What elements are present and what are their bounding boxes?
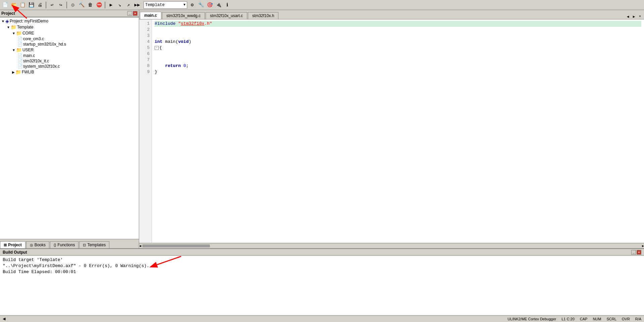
build-close-btn[interactable]: × (637, 250, 641, 255)
tree-item-fwlib[interactable]: ▶ 📁 FWLIB (0, 69, 139, 75)
tree-item-main-c[interactable]: 📄 main.c (0, 53, 139, 58)
code-line-9: } (155, 69, 641, 75)
code-editor[interactable]: 1 2 3 4 5 6 7 8 9 #include "stm32f10x.h" (139, 19, 644, 243)
build-minimize-btn[interactable]: _ (631, 250, 636, 255)
tree-item-user[interactable]: ▼ 📁 USER (0, 47, 139, 53)
target-dropdown[interactable]: Template ▼ (144, 1, 187, 9)
line-num-4: 4 (139, 39, 152, 45)
toolbar-build-btn[interactable]: ⚙ (69, 1, 76, 9)
tree-item-system-stm32[interactable]: 📄 system_stm32f10x.c (0, 64, 139, 69)
toolbar-step-btn[interactable]: ↘ (116, 1, 123, 9)
build-line-1: Build target 'Template' (3, 257, 641, 263)
editor-tab-usart[interactable]: stm32f10x_usart.c (206, 12, 247, 19)
tab-project[interactable]: ⊞ Project (0, 241, 25, 248)
tree-item-stm32-it[interactable]: 📄 stm32f10x_it.c (0, 58, 139, 64)
build-line-3: Build Time Elapsed: 00:00:01 (3, 269, 641, 275)
file-icon: 📄 (17, 59, 22, 63)
editor-tab-main-c[interactable]: main.c (140, 12, 161, 19)
toolbar-rebuild-btn[interactable]: 🔨 (78, 1, 85, 9)
toolbar-stop-btn[interactable]: ⛔ (95, 1, 103, 9)
status-num: NUM (593, 317, 601, 321)
tree-item-template[interactable]: ▼ 📁 Template (0, 24, 139, 30)
code-line-5: -{ (155, 45, 641, 51)
status-left: ◀ (3, 317, 5, 321)
line-numbers: 1 2 3 4 5 6 7 8 9 (139, 19, 152, 243)
toolbar-print-btn[interactable]: 🖨 (36, 1, 44, 9)
line-num-5: 5 (139, 45, 152, 51)
editor-tab-wwdg[interactable]: stm32f10x_wwdg.c (162, 12, 205, 19)
toolbar-sep-1 (46, 2, 46, 8)
status-bar: ◀ ULINK2/ME Cortex Debugger L1 C:20 CAP … (0, 315, 644, 322)
toolbar-info-btn[interactable]: ℹ (223, 1, 231, 9)
file-icon: 📄 (17, 53, 22, 58)
tab-templates-label: Templates (87, 243, 106, 247)
panel-minimize-btn[interactable]: _ (127, 11, 132, 16)
build-line-2: "..\Project\myFirstDemo.axf" - 0 Error(s… (3, 263, 641, 269)
tree-label: main.c (23, 53, 35, 58)
line-num-3: 3 (139, 33, 152, 39)
bottom-area: Build Output _ × Build target 'Template'… (0, 248, 644, 315)
tree-item-core-cm3[interactable]: 📄 core_cm3.c (0, 36, 139, 42)
tree-label: CORE (22, 31, 34, 36)
scroll-right-btn[interactable]: ▶ (642, 244, 644, 248)
project-panel-header: Project _ × (0, 10, 139, 17)
editor-tab-nav: ◀ ▶ × (625, 14, 644, 19)
toolbar-stepout-btn[interactable]: ↗ (125, 1, 132, 9)
tree-label: Template (17, 25, 34, 29)
file-icon: 📄 (17, 64, 22, 69)
toolbar-wand-btn[interactable]: 🔧 (197, 1, 205, 9)
toolbar-settings-btn[interactable]: ⚙ (189, 1, 196, 9)
editor-tab-h-label: stm32f10x.h (252, 13, 274, 18)
toolbar-target2-btn[interactable]: 🎯 (206, 1, 213, 9)
code-content[interactable]: #include "stm32f10x.h" int main(void) -{… (152, 19, 644, 243)
toolbar-sep-2 (66, 2, 67, 8)
panel-header-controls: _ × (127, 11, 138, 16)
tab-books[interactable]: ◎ Books (26, 241, 49, 248)
toolbar-new-btn[interactable]: 📄 (1, 1, 9, 9)
toolbar-save-btn[interactable]: 💾 (28, 1, 35, 9)
tree-label: USER (22, 48, 34, 52)
status-debugger: ULINK2/ME Cortex Debugger (507, 317, 556, 321)
line-num-9: 9 (139, 69, 152, 75)
books-tab-icon: ◎ (30, 243, 33, 247)
tree-item-core[interactable]: ▼ 📁 CORE (0, 30, 139, 36)
expand-icon: ▼ (12, 48, 15, 52)
toolbar-run-btn[interactable]: ▶▶ (133, 1, 141, 9)
code-scrollbar[interactable]: ◀ ▶ (139, 243, 644, 248)
code-line-3 (155, 33, 641, 39)
line-num-7: 7 (139, 57, 152, 63)
scrollbar-thumb[interactable] (143, 245, 210, 247)
panel-close-btn[interactable]: × (133, 11, 138, 16)
collapse-btn-5[interactable]: - (155, 46, 159, 50)
toolbar-redo-btn[interactable]: ↪ (57, 1, 64, 9)
line-num-1: 1 (139, 21, 152, 27)
toolbar-copy-btn[interactable]: 📋 (19, 1, 26, 9)
tab-templates[interactable]: ⊡ Templates (79, 241, 109, 248)
tree-item-project-root[interactable]: ▼ ◈ Project: myFirstDemo (0, 18, 139, 24)
status-scroll-left[interactable]: ◀ (3, 317, 5, 321)
tree-label: core_cm3.c (23, 37, 44, 41)
code-line-7 (155, 57, 641, 63)
line-num-6: 6 (139, 51, 152, 57)
editor-tab-h[interactable]: stm32f10x.h (248, 12, 278, 19)
tab-functions[interactable]: {} Functions (50, 241, 78, 248)
tab-close-btn[interactable]: × (637, 14, 643, 19)
toolbar-clean-btn[interactable]: 🗑 (87, 1, 94, 9)
toolbar-debug-btn[interactable]: ▶ (107, 1, 115, 9)
main-area: Project _ × ▼ ◈ Project: myFirstDemo ▼ 📁 (0, 10, 644, 248)
tab-nav-right-btn[interactable]: ▶ (631, 14, 637, 19)
toolbar-undo-btn[interactable]: ↩ (48, 1, 56, 9)
editor-tab-usart-label: stm32f10x_usart.c (210, 13, 243, 18)
tree-item-startup[interactable]: 📄 startup_stm32f10x_hd.s (0, 42, 139, 47)
toolbar-open-btn[interactable]: 📂 (10, 1, 17, 9)
folder-icon: 📁 (15, 69, 21, 75)
expand-icon: ▶ (12, 70, 15, 74)
build-output-title: Build Output (3, 250, 27, 255)
tab-nav-left-btn[interactable]: ◀ (625, 14, 631, 19)
scroll-left-btn[interactable]: ◀ (139, 244, 141, 248)
scrollbar-track[interactable] (143, 245, 641, 247)
file-icon: 📄 (17, 37, 22, 41)
toolbar-ext-btn[interactable]: 🔌 (215, 1, 222, 9)
panel-tabs: ⊞ Project ◎ Books {} Functions ⊡ Templat… (0, 239, 139, 248)
project-icon: ◈ (5, 18, 9, 24)
